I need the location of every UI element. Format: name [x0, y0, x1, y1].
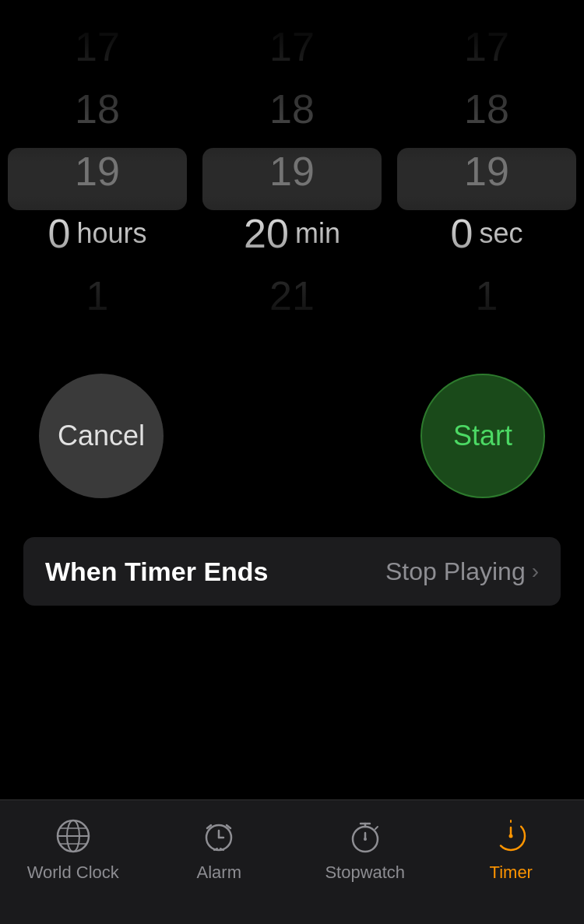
seconds-item-18: 18 [389, 78, 584, 140]
hours-picker-col[interactable]: 17 18 19 0 hours 1 2 3 4 [0, 16, 195, 343]
timer-ends-value: Stop Playing [385, 557, 526, 586]
minutes-unit: min [295, 220, 340, 248]
hours-item-selected: 0 hours [0, 202, 195, 265]
chevron-right-icon: › [532, 559, 539, 584]
hours-unit: hours [76, 220, 146, 248]
minutes-item-21: 21 [195, 265, 389, 327]
svg-line-17 [375, 827, 378, 829]
tab-stopwatch-label: Stopwatch [325, 863, 405, 883]
minutes-picker-col[interactable]: 17 18 19 20 min 21 22 23 24 [195, 16, 389, 343]
tab-stopwatch[interactable]: Stopwatch [292, 816, 438, 883]
seconds-item-selected: 0 sec [389, 202, 584, 265]
tab-timer-label: Timer [490, 863, 533, 883]
svg-point-16 [364, 838, 367, 841]
start-button[interactable]: Start [420, 374, 545, 498]
cancel-button[interactable]: Cancel [39, 374, 164, 498]
time-picker[interactable]: 17 18 19 0 hours 1 2 3 4 17 18 19 [0, 16, 584, 343]
stopwatch-icon [345, 816, 385, 856]
world-clock-icon [53, 816, 93, 856]
minutes-item-22: 22 [195, 327, 389, 343]
timer-icon [491, 816, 531, 856]
alarm-icon [199, 816, 239, 856]
seconds-item-17: 17 [389, 16, 584, 78]
hours-item-18: 18 [0, 78, 195, 140]
seconds-items: 17 18 19 0 sec 1 2 3 4 [389, 16, 584, 343]
action-buttons: Cancel Start [0, 374, 584, 498]
hours-item-1: 1 [0, 265, 195, 327]
tab-world-clock-label: World Clock [27, 863, 119, 883]
seconds-item-1: 1 [389, 265, 584, 327]
tab-bar: World Clock Alarm [0, 799, 584, 924]
minutes-items: 17 18 19 20 min 21 22 23 24 [195, 16, 389, 343]
minutes-item-18: 18 [195, 78, 389, 140]
minutes-item-19: 19 [195, 140, 389, 202]
tab-alarm-label: Alarm [197, 863, 241, 883]
hours-value: 0 [48, 213, 71, 254]
hours-items: 17 18 19 0 hours 1 2 3 4 [0, 16, 195, 343]
picker-section[interactable]: 17 18 19 0 hours 1 2 3 4 17 18 19 [0, 0, 584, 343]
timer-ends-value-group: Stop Playing › [385, 557, 539, 586]
minutes-item-selected: 20 min [195, 202, 389, 265]
timer-ends-row[interactable]: When Timer Ends Stop Playing › [23, 537, 561, 606]
seconds-picker-col[interactable]: 17 18 19 0 sec 1 2 3 4 [389, 16, 584, 343]
minutes-value: 20 [244, 213, 289, 254]
tab-timer[interactable]: Timer [438, 816, 585, 883]
hours-item-17: 17 [0, 16, 195, 78]
minutes-item-17: 17 [195, 16, 389, 78]
seconds-item-19: 19 [389, 140, 584, 202]
timer-ends-section: When Timer Ends Stop Playing › [23, 537, 561, 606]
tab-alarm[interactable]: Alarm [146, 816, 293, 883]
tab-world-clock[interactable]: World Clock [0, 816, 146, 883]
hours-item-2: 2 [0, 327, 195, 343]
timer-ends-label: When Timer Ends [45, 557, 269, 587]
seconds-unit: sec [479, 220, 522, 248]
seconds-item-2: 2 [389, 327, 584, 343]
seconds-value: 0 [451, 213, 473, 254]
hours-item-19: 19 [0, 140, 195, 202]
